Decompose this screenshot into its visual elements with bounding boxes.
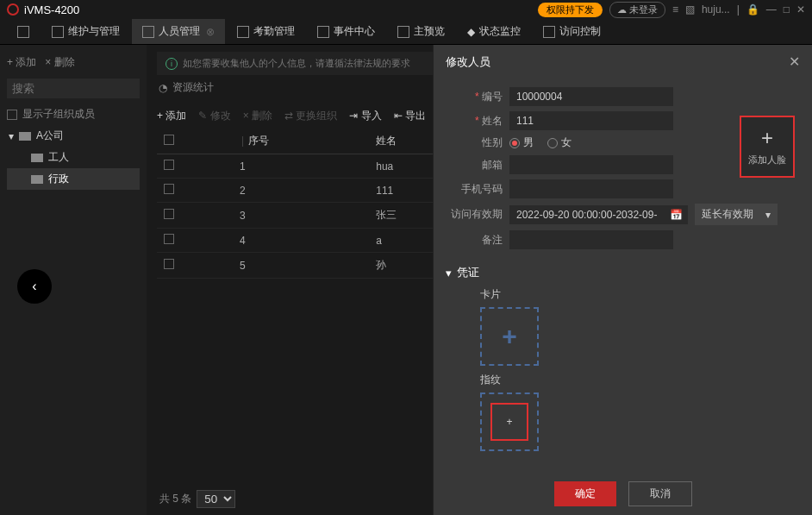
org-child-label: 工人	[48, 150, 69, 165]
door-icon	[543, 26, 555, 38]
nav-status[interactable]: ◆状态监控	[457, 19, 531, 44]
grid-icon	[17, 26, 29, 38]
nav-attendance[interactable]: 考勤管理	[227, 19, 305, 44]
card-label: 卡片	[480, 287, 800, 302]
select-all-checkbox[interactable]	[164, 135, 174, 145]
radio-male[interactable]	[509, 138, 520, 148]
tb-edit[interactable]: ✎ 修改	[198, 109, 230, 123]
sidebar-delete[interactable]: × 删除	[45, 55, 74, 70]
row-checkbox[interactable]	[164, 184, 174, 194]
modal-title: 修改人员	[446, 54, 490, 70]
row-checkbox[interactable]	[164, 234, 174, 244]
org-child-2[interactable]: 行政	[7, 168, 140, 190]
ok-button[interactable]: 确定	[554, 481, 616, 506]
input-valid[interactable]	[509, 205, 665, 224]
folder-icon	[31, 154, 43, 162]
nav-maintenance[interactable]: 维护与管理	[41, 19, 130, 44]
label-valid: 访问有效期	[446, 207, 509, 222]
sidebar-search-input[interactable]	[7, 79, 140, 98]
show-sub-label: 显示子组织成员	[22, 107, 95, 122]
doc-icon	[142, 26, 154, 38]
cred-section-header[interactable]: ▾凭证	[446, 265, 800, 280]
label-gender: 性别	[446, 135, 509, 150]
radio-female[interactable]	[547, 138, 558, 148]
radio-male-label: 男	[523, 135, 534, 150]
doc-icon	[52, 26, 64, 38]
org-label: A公司	[36, 129, 64, 143]
input-remark[interactable]	[509, 230, 673, 249]
screen-icon	[397, 26, 409, 38]
nav-label: 人员管理	[159, 24, 200, 39]
org-root[interactable]: ▾A公司	[7, 125, 140, 147]
sidebar-add[interactable]: + 添加	[7, 55, 36, 70]
permission-button[interactable]: 权限持下发	[538, 3, 603, 17]
tb-change-org[interactable]: ⇄ 更换组织	[284, 109, 337, 123]
add-face-button[interactable]: + 添加人脸	[740, 116, 795, 178]
add-face-label: 添加人脸	[748, 154, 786, 166]
input-no[interactable]	[509, 87, 673, 106]
tb-add[interactable]: + 添加	[157, 109, 186, 123]
nav-access[interactable]: 访问控制	[533, 19, 611, 44]
extend-select[interactable]: 延长有效期▾	[695, 204, 778, 225]
tb-delete[interactable]: × 删除	[243, 109, 272, 123]
pager-total: 共 5 条	[159, 492, 191, 506]
user-label[interactable]: huju...	[702, 3, 730, 16]
th-idx[interactable]: 序号	[248, 135, 269, 147]
tab-close-icon[interactable]: ⊗	[206, 26, 215, 38]
input-phone[interactable]	[509, 179, 673, 198]
list-icon[interactable]: ≡	[672, 3, 678, 16]
show-sub-checkbox[interactable]	[7, 110, 17, 120]
radio-female-label: 女	[561, 135, 572, 150]
app-logo-icon	[7, 3, 19, 16]
fingerprint-label: 指纹	[480, 373, 800, 387]
folder-icon	[19, 132, 31, 141]
input-name[interactable]	[509, 111, 673, 130]
nav-label: 状态监控	[479, 24, 521, 39]
info-text: 如您需要收集他人的个人信息，请遵循法律法规的要求	[183, 57, 410, 70]
app-title: iVMS-4200	[24, 3, 79, 16]
caret-icon: ▾	[9, 130, 14, 142]
org-child-label: 行政	[48, 172, 69, 186]
plus-icon: +	[502, 322, 517, 351]
sidebar: + 添加 × 删除 显示子组织成员 ▾A公司 工人 行政 ‹	[0, 45, 147, 515]
pager-size-select[interactable]: 50	[197, 490, 235, 508]
tb-export[interactable]: ⇤ 导出	[394, 109, 426, 123]
image-icon[interactable]: ▧	[685, 3, 695, 16]
nav-person[interactable]: 人员管理⊗	[132, 19, 225, 44]
lock-icon[interactable]: 🔒	[746, 3, 759, 16]
nav-home[interactable]	[7, 21, 40, 43]
pager: 共 5 条 50	[159, 490, 235, 508]
calendar-icon[interactable]: 📅	[665, 205, 688, 224]
add-card-button[interactable]: +	[480, 307, 539, 366]
nav-label: 访问控制	[559, 24, 601, 39]
info-icon: i	[166, 58, 178, 70]
bell-icon	[317, 26, 329, 38]
nav-preview[interactable]: 主预览	[387, 19, 455, 44]
folder-icon	[31, 175, 43, 184]
chevron-down-icon: ▾	[446, 267, 452, 279]
nav-label: 考勤管理	[253, 24, 295, 39]
tb-import[interactable]: ⇥ 导入	[349, 109, 381, 123]
modal-close-icon[interactable]: ✕	[789, 53, 800, 70]
nav-label: 事件中心	[334, 24, 375, 39]
row-checkbox[interactable]	[164, 209, 174, 219]
login-button[interactable]: ☁ 未登录	[609, 2, 665, 18]
close-icon[interactable]: ✕	[796, 3, 805, 16]
chart-icon: ◔	[159, 82, 167, 94]
label-phone: 手机号码	[446, 182, 509, 197]
nav-event[interactable]: 事件中心	[307, 19, 385, 44]
cancel-button[interactable]: 取消	[628, 481, 692, 506]
row-checkbox[interactable]	[164, 160, 174, 170]
org-child-1[interactable]: 工人	[7, 147, 140, 168]
chevron-down-icon: ▾	[765, 209, 771, 221]
th-name[interactable]: 姓名	[376, 135, 397, 147]
maximize-icon[interactable]: □	[784, 3, 790, 16]
label-email: 邮箱	[446, 158, 509, 173]
divider: |	[737, 3, 740, 16]
minimize-icon[interactable]: —	[766, 3, 777, 16]
add-fingerprint-button[interactable]: +	[480, 393, 539, 451]
collapse-button[interactable]: ‹	[17, 269, 52, 304]
row-checkbox[interactable]	[164, 259, 174, 269]
input-email[interactable]	[509, 155, 673, 174]
login-label: 未登录	[629, 3, 658, 16]
